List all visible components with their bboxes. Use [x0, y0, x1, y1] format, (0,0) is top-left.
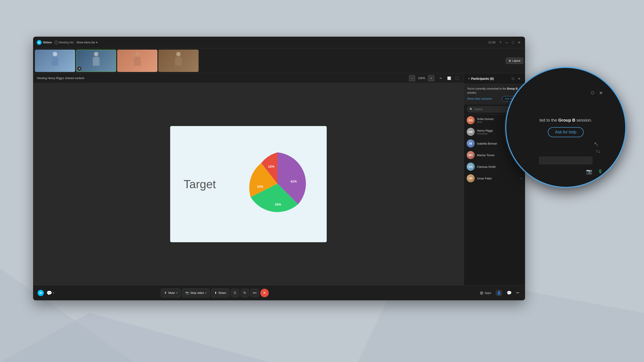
- chat-bubble-icon: 💬: [507, 291, 512, 295]
- apps-grid-icon: ⊞: [480, 291, 483, 295]
- reaction-icon: ↻: [243, 291, 246, 295]
- participant-item[interactable]: UP Umar Patel ▭: [464, 173, 525, 184]
- chat-arrow: ▾: [53, 292, 54, 294]
- show-menu-button[interactable]: Show menu bar ▾: [76, 41, 98, 44]
- pie-label-41: 41%: [290, 180, 297, 183]
- mute-button[interactable]: 🎙 Mute ▾: [161, 289, 181, 298]
- show-menu-label: Show menu bar: [76, 41, 95, 44]
- video-strip: 🔇 ⊞ Layout: [33, 48, 525, 73]
- panel-title: Participants (6): [471, 77, 510, 80]
- video-thumbnail[interactable]: [117, 50, 158, 72]
- control-bar: W 💬 ▾ 🎙 Mute ▾ 📷 Stop video ▾ ⬆ Share ⎘: [33, 285, 525, 300]
- zoom-value: 100%: [416, 76, 427, 80]
- video-thumbnail[interactable]: 🔇: [76, 50, 116, 72]
- stop-video-label: Stop video: [190, 291, 204, 295]
- person-video: [132, 52, 143, 70]
- overlay-camera-button[interactable]: 📷: [586, 169, 592, 175]
- slide-title: Target: [184, 177, 216, 191]
- participants-button[interactable]: 👤: [494, 288, 504, 298]
- help-button[interactable]: ?: [498, 40, 503, 45]
- overlay-search-area[interactable]: [539, 156, 592, 164]
- participant-item[interactable]: CS Clarissa Smith ⊙: [464, 161, 525, 173]
- main-controls: 🎙 Mute ▾ 📷 Stop video ▾ ⬆ Share ⎘ ↻ •••: [161, 289, 269, 298]
- zoom-controls: − 100% +: [409, 75, 434, 81]
- svg-marker-2: [0, 313, 268, 362]
- end-call-button[interactable]: ✕: [260, 289, 269, 297]
- apps-label: Apps: [484, 291, 491, 295]
- stamp-icon: ⎘: [234, 291, 236, 295]
- more-options-button[interactable]: •••: [250, 289, 259, 297]
- layout-label: Layout: [512, 59, 520, 62]
- maximize-button[interactable]: □: [511, 40, 515, 45]
- session-text: You're currently connected to the Group …: [467, 87, 522, 95]
- panel-collapse-button[interactable]: ▾: [467, 76, 471, 81]
- chevron-down-icon: ▾: [96, 41, 98, 44]
- overlay-close-button[interactable]: ✕: [599, 90, 603, 96]
- zoom-in-button[interactable]: +: [428, 75, 434, 81]
- layout-button[interactable]: ⊞ Layout: [506, 58, 523, 64]
- show-sessions-link[interactable]: Show other sessions: [467, 97, 492, 100]
- stop-video-button[interactable]: 📷 Stop video ▾: [182, 289, 210, 298]
- zoom-overlay: ⬡ ✕ ted to the Group B session. Ask for …: [505, 67, 626, 188]
- toolbar-icons: ✏ ⬜ ⛶: [438, 75, 460, 81]
- title-bar: W Webex i Meeting info Show menu bar ▾ 1…: [33, 37, 525, 48]
- annotate-icon[interactable]: ✏: [438, 75, 444, 81]
- more-right-button[interactable]: •••: [515, 290, 520, 296]
- panel-close-button[interactable]: ✕: [516, 75, 522, 82]
- person-video: [90, 52, 102, 70]
- overlay-sort-button[interactable]: ↑↓: [596, 149, 600, 154]
- webex-logo-btn[interactable]: W: [38, 290, 44, 296]
- share-label: Share: [218, 291, 226, 295]
- layout-icon: ⊞: [509, 59, 511, 62]
- participants-icon: 👤: [496, 290, 502, 296]
- share-button[interactable]: ⬆ Share: [211, 289, 230, 298]
- mute-icon: 🔇: [77, 67, 82, 71]
- search-placeholder: Search: [474, 108, 483, 111]
- overlay-ask-help-button[interactable]: Ask for help: [548, 127, 584, 137]
- avatar: IB: [467, 139, 475, 147]
- apps-button[interactable]: ⊞ Apps: [478, 289, 492, 297]
- participant-info: Umar Patel: [477, 177, 517, 180]
- camera-icon: 📷: [185, 291, 189, 295]
- fullscreen-icon[interactable]: ⛶: [454, 75, 460, 81]
- chat-panel-button[interactable]: 💬: [505, 289, 513, 297]
- panel-header: ▾ Participants (6) ⬡ ✕: [464, 73, 525, 84]
- slide-area: Target 41%: [33, 83, 464, 285]
- window-controls: ? — □ ✕: [498, 40, 522, 45]
- video-thumbnail[interactable]: [158, 50, 198, 72]
- viewing-label: Viewing Henry Rigg's shared content: [37, 76, 84, 80]
- overlay-session-text: ted to the Group B session.: [526, 118, 606, 123]
- video-thumbnail[interactable]: [35, 50, 75, 72]
- screen-share-icon[interactable]: ⬜: [446, 75, 452, 81]
- app-logo: W Webex: [37, 40, 52, 45]
- pie-chart: 41% 34% 13% 12%: [242, 148, 313, 220]
- info-icon: i: [54, 41, 58, 44]
- participant-name: Umar Patel: [477, 177, 517, 180]
- mouse-cursor-icon: ↖: [594, 140, 599, 148]
- meeting-info-label: Meeting info: [59, 41, 74, 44]
- pie-label-13: 13%: [257, 185, 264, 188]
- chat-icon: 💬: [46, 290, 52, 296]
- avatar: HR: [467, 128, 475, 136]
- chat-button[interactable]: 💬 ▾: [46, 290, 55, 296]
- minimize-button[interactable]: —: [504, 40, 509, 45]
- panel-expand-button[interactable]: ⬡: [510, 75, 516, 82]
- person-video: [50, 52, 60, 70]
- meeting-info-button[interactable]: i Meeting info: [54, 41, 74, 44]
- end-call-icon: ✕: [263, 291, 266, 295]
- zoom-out-button[interactable]: −: [409, 75, 415, 81]
- pie-chart-svg: 41% 34% 13% 12%: [242, 148, 313, 219]
- overlay-mic-button[interactable]: 🎙: [598, 169, 603, 175]
- participant-info: Marise Torres: [477, 153, 517, 157]
- mic-icon: 🎙: [164, 291, 167, 295]
- webex-window: W Webex i Meeting info Show menu bar ▾ 1…: [33, 37, 525, 300]
- stamp-button[interactable]: ⎘: [231, 289, 239, 297]
- overlay-expand-button[interactable]: ⬡: [591, 90, 594, 95]
- search-input-container[interactable]: 🔍 Search: [467, 106, 514, 112]
- group-name: Group B: [507, 87, 518, 90]
- overlay-group-name: Group B: [558, 118, 575, 122]
- reaction-button[interactable]: ↻: [240, 289, 249, 297]
- close-button[interactable]: ✕: [517, 40, 522, 45]
- search-icon: 🔍: [470, 108, 473, 111]
- webex-icon: W: [37, 40, 42, 45]
